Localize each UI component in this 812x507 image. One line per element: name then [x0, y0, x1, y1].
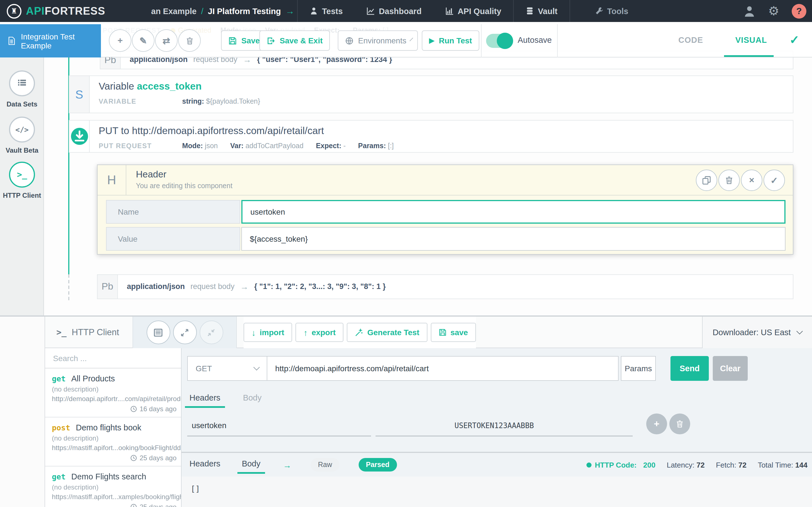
request-header-row: usertoken USERTOKEN123AAABBB +	[187, 413, 806, 437]
export-button[interactable]: ↑export	[296, 323, 344, 342]
header-name-input[interactable]	[249, 207, 784, 217]
autosave-toggle[interactable]	[486, 34, 512, 48]
remove-header-button[interactable]	[669, 413, 690, 434]
tab-request-body[interactable]: Body	[241, 390, 264, 408]
panel-list-icon	[153, 328, 163, 337]
exit-icon	[267, 36, 275, 45]
tab-response-body[interactable]: Body	[240, 456, 263, 474]
chevron-down-icon	[797, 328, 803, 335]
header-name-field[interactable]	[241, 200, 785, 224]
url-input[interactable]	[274, 363, 611, 374]
collapse-icon	[207, 328, 215, 337]
parsed-toggle[interactable]: Parsed	[359, 458, 397, 471]
menu-tests[interactable]: Tests	[298, 0, 355, 22]
edit-button[interactable]: ✎	[132, 29, 154, 52]
latency-stat: Latency: 72	[667, 460, 705, 469]
menu-dashboard[interactable]: Dashboard	[355, 0, 434, 22]
content-type: application/json	[127, 282, 185, 291]
component-tag: S	[69, 76, 90, 113]
params-button[interactable]: Params	[621, 356, 656, 381]
environments-dropdown[interactable]: Environments	[338, 31, 418, 51]
reorder-button[interactable]: ⇄	[155, 29, 177, 52]
tab-visual[interactable]: VISUAL	[735, 36, 767, 45]
variable-title: Variable access_token	[99, 80, 793, 93]
put-request-title: PUT to http://demoapi.apifortress.com/ap…	[99, 125, 793, 137]
search-input[interactable]	[52, 353, 168, 363]
menu-tools[interactable]: Tools	[570, 0, 640, 22]
plus-icon: +	[654, 418, 659, 430]
delete-component-button[interactable]	[178, 29, 201, 52]
header-name-value[interactable]: usertoken	[187, 421, 371, 437]
sidebar-item-http-client[interactable]: >_ HTTP Client	[0, 162, 44, 200]
name-label: Name	[106, 200, 240, 224]
put-request-component[interactable]: PUT to http://demoapi.apifortress.com/ap…	[69, 120, 794, 153]
trash-icon	[675, 420, 684, 428]
add-header-button[interactable]: +	[646, 413, 667, 434]
brand[interactable]: ♜ APIFORTRESS	[7, 0, 105, 22]
duplicate-button[interactable]	[696, 170, 717, 191]
component-tag	[69, 121, 90, 152]
swap-arrows-icon: ⇄	[163, 35, 170, 46]
editor-title: Header	[136, 169, 232, 180]
import-button[interactable]: ↓import	[244, 323, 292, 342]
tab-response-headers[interactable]: Headers	[187, 456, 223, 474]
add-component-button[interactable]: +	[109, 29, 132, 52]
editor-subtitle: You are editing this component	[136, 182, 232, 190]
tab-request-headers[interactable]: Headers	[187, 390, 223, 408]
test-toolbar: Integration Test Example + ✎ ⇄ Save Save…	[0, 24, 812, 57]
cancel-button[interactable]: ×	[741, 170, 762, 191]
save-and-exit-button[interactable]: Save & Exit	[259, 31, 330, 51]
check-icon[interactable]: ✓	[790, 33, 799, 47]
test-canvas: POST REQUEST Generated Mode: json Var: p…	[44, 24, 812, 316]
url-field[interactable]	[267, 356, 619, 381]
history-item[interactable]: getAll Products (no description) http://…	[45, 369, 181, 417]
delete-button[interactable]	[718, 170, 740, 191]
apifortress-logo-icon: ♜	[7, 4, 21, 18]
raw-toggle[interactable]: Raw	[311, 458, 340, 471]
autosave-label: Autosave	[518, 36, 552, 45]
line-chart-icon	[366, 7, 375, 15]
magic-wand-icon	[355, 328, 363, 337]
send-button[interactable]: Send	[670, 356, 709, 381]
clock-icon	[130, 406, 137, 412]
method-select[interactable]: GET	[187, 356, 267, 381]
body-json: { "1": 1, "2": 2, "3...: 3, "9": 3, "8":…	[254, 282, 386, 291]
collapse-button[interactable]	[199, 321, 223, 344]
header-value-field[interactable]	[241, 227, 785, 251]
history-search[interactable]	[45, 348, 181, 369]
history-item[interactable]: getDemo Flights search (no description) …	[45, 466, 181, 507]
header-value-input[interactable]	[249, 234, 785, 244]
account-button[interactable]	[744, 5, 756, 17]
globe-icon	[345, 36, 354, 45]
total-time-stat: Total Time: 144	[758, 460, 808, 469]
put-body-component[interactable]: Pb application/json request body → { "1"…	[97, 274, 794, 299]
confirm-button[interactable]: ✓	[763, 170, 785, 191]
run-test-button[interactable]: ▶ Run Test	[422, 31, 479, 51]
sidebar-item-vault-beta[interactable]: </> Vault Beta	[0, 117, 44, 154]
downloader-dropdown[interactable]: Downloader: US East	[702, 317, 812, 348]
help-button[interactable]: ?	[792, 4, 806, 18]
breadcrumb-arrow-icon: →	[285, 6, 294, 16]
breadcrumb-test[interactable]: JI Platform Testing	[208, 6, 281, 15]
header-value-value[interactable]: USERTOKEN123AAABBB	[375, 421, 633, 437]
expand-button[interactable]	[173, 321, 197, 344]
history-item[interactable]: postDemo flights book (no description) h…	[45, 417, 181, 466]
upload-arrow-icon: ↑	[303, 328, 308, 337]
trash-icon	[725, 176, 733, 185]
menu-vault[interactable]: Vault	[514, 0, 569, 22]
clear-button[interactable]: Clear	[713, 356, 748, 381]
list-icon	[16, 78, 28, 89]
sidebar-item-data-sets[interactable]: Data Sets	[0, 70, 44, 108]
test-tab[interactable]: Integration Test Example	[0, 24, 101, 57]
settings-gear-button[interactable]: ⚙	[768, 4, 779, 18]
terminal-icon: >_	[17, 170, 27, 180]
save-request-button[interactable]: save	[430, 323, 476, 342]
breadcrumb-project[interactable]: an Example	[151, 6, 197, 15]
tab-code[interactable]: CODE	[678, 36, 703, 45]
panel-layout-button[interactable]	[146, 321, 170, 344]
pencil-icon: ✎	[140, 35, 147, 46]
generate-test-button[interactable]: Generate Test	[347, 323, 427, 342]
menu-api-quality[interactable]: API Quality	[434, 0, 513, 22]
close-icon: ×	[749, 175, 755, 185]
variable-component[interactable]: S Variable access_token VARIABLE string:…	[69, 75, 794, 113]
